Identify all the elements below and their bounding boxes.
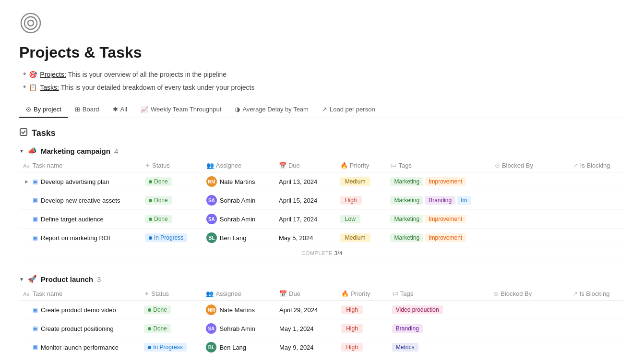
- due-icon: 📅: [279, 290, 287, 297]
- table-row[interactable]: ▣ Monitor launch performance In Progress…: [19, 338, 625, 353]
- isblocking-icon: ↗: [572, 290, 578, 297]
- tasks-icon: 📋: [29, 84, 37, 91]
- assignee-cell: BL Ben Lang: [203, 229, 275, 247]
- tab-avg-delay[interactable]: ◑ Average Delay by Team: [228, 102, 315, 118]
- due-cell: May 1, 2024: [275, 319, 337, 338]
- status-badge: Done: [145, 196, 172, 205]
- tags-icon: 🏷: [390, 162, 396, 169]
- group-header-product-launch[interactable]: ▼ 🚀 Product launch 3: [19, 275, 625, 283]
- tab-board[interactable]: ⊞ Board: [68, 102, 106, 118]
- priority-icon: 🔥: [340, 162, 348, 169]
- task-name: Create product demo video: [41, 306, 116, 314]
- chart-icon: 📈: [141, 106, 148, 113]
- table-row[interactable]: ▣ Develop new creative assets Done SA So…: [19, 191, 625, 210]
- assignee-name: Nate Martins: [219, 306, 255, 314]
- board-icon: ⊞: [75, 106, 80, 113]
- status-cell: Done: [140, 301, 202, 319]
- th-due: 📅 Due: [275, 287, 337, 301]
- priority-cell: Medium: [336, 229, 387, 247]
- th-assignee: 👥 Assignee: [202, 287, 275, 301]
- table-row[interactable]: ▣ Report on marketing ROI In Progress BL…: [19, 229, 625, 247]
- tags-icon: 🏷: [392, 290, 398, 297]
- tags-cell: Metrics: [388, 338, 489, 353]
- due-date: May 1, 2024: [279, 325, 314, 332]
- tag-im: Im: [457, 196, 471, 205]
- due-date: May 9, 2024: [279, 344, 314, 351]
- svg-rect-3: [20, 129, 27, 135]
- tab-bar: ⊙ By project ⊞ Board ✱ All 📈 Weekly Team…: [19, 102, 625, 118]
- table-row[interactable]: ▶ ▣ Develop advertising plan Done NM Nat…: [19, 172, 625, 191]
- projects-link[interactable]: Projects:: [40, 71, 66, 78]
- complete-label: COMPLETE 3/4: [19, 247, 625, 259]
- table-row[interactable]: ▣ Create product positioning Done SA Soh…: [19, 319, 625, 338]
- blocked-by-cell: [489, 319, 568, 338]
- due-cell: April 15, 2024: [275, 191, 336, 210]
- tags-cell: Branding: [388, 319, 489, 338]
- th-isblocking: ↗ Is Blocking: [569, 159, 625, 172]
- collapse-icon: ▼: [19, 148, 24, 154]
- th-taskname: Aa Task name: [19, 159, 141, 172]
- tasks-link[interactable]: Tasks:: [40, 84, 59, 91]
- due-cell: April 17, 2024: [275, 210, 336, 229]
- blockedby-icon: ⊝: [493, 290, 499, 297]
- tab-weekly-throughput[interactable]: 📈 Weekly Team Throughput: [134, 102, 228, 118]
- th-priority: 🔥 Priority: [336, 159, 387, 172]
- collapse-icon: ▼: [19, 277, 24, 282]
- task-name-cell: ▣ Develop new creative assets: [19, 191, 141, 210]
- tags-cell: MarketingImprovement: [386, 172, 490, 191]
- expand-button[interactable]: ▶: [23, 178, 30, 185]
- due-cell: May 5, 2024: [275, 229, 336, 247]
- task-type-icon: ▣: [33, 197, 38, 204]
- group-name: Marketing campaign: [41, 147, 110, 155]
- task-name: Monitor launch performance: [41, 344, 119, 351]
- person-icon: ↗: [322, 106, 327, 113]
- task-name-cell: ▶ ▣ Develop advertising plan: [19, 172, 141, 191]
- task-name: Report on marketing ROI: [41, 234, 110, 242]
- due-cell: April 29, 2024: [275, 301, 337, 319]
- assignee-name: Sohrab Amin: [219, 325, 255, 332]
- tag-improvement: Improvement: [425, 177, 466, 186]
- table-row[interactable]: ▣ Create product demo video Done NM Nate…: [19, 301, 625, 319]
- tag-marketing: Marketing: [390, 196, 423, 205]
- tab-all[interactable]: ✱ All: [106, 102, 134, 118]
- tag-metrics: Metrics: [392, 343, 418, 352]
- status-cell: Done: [141, 172, 203, 191]
- priority-cell: Medium: [336, 172, 387, 191]
- checkbox-icon: [19, 128, 28, 139]
- blocked-by-cell: [489, 338, 568, 353]
- task-type-icon: ▣: [33, 234, 38, 241]
- tags-cell: Video production: [388, 301, 489, 319]
- assignee-cell: NM Nate Martins: [202, 301, 275, 319]
- assignee-cell: SA Sohrab Amin: [203, 210, 275, 229]
- assignee-name: Sohrab Amin: [220, 216, 255, 223]
- tag-branding: Branding: [392, 324, 423, 333]
- priority-cell: Low: [336, 210, 387, 229]
- status-icon: ✦: [144, 290, 149, 297]
- group-header-marketing-campaign[interactable]: ▼ 📣 Marketing campaign 4: [19, 146, 625, 155]
- page-title: Projects & Tasks: [19, 44, 625, 61]
- avatar: SA: [206, 214, 217, 224]
- assignee-name: Sohrab Amin: [220, 197, 255, 204]
- tags-cell: MarketingImprovement: [386, 229, 490, 247]
- tab-by-project[interactable]: ⊙ By project: [19, 102, 68, 118]
- tags-cell: MarketingBrandingIm: [386, 191, 490, 210]
- due-cell: April 13, 2024: [275, 172, 336, 191]
- th-taskname: Aa Task name: [19, 287, 140, 301]
- priority-badge: Medium: [340, 233, 370, 242]
- priority-badge: High: [341, 343, 363, 352]
- priority-cell: High: [337, 338, 388, 353]
- task-name-cell: ▣ Define target audience: [19, 210, 141, 229]
- assignee-cell: SA Sohrab Amin: [202, 319, 275, 338]
- intro-item-projects: 🎯 Projects: This is your overview of all…: [23, 69, 625, 79]
- status-cell: Done: [140, 319, 202, 338]
- th-isblocking: ↗ Is Blocking: [569, 287, 625, 301]
- tab-load-per-person[interactable]: ↗ Load per person: [315, 102, 382, 118]
- blocked-by-cell: [489, 301, 568, 319]
- assignee-name: Ben Lang: [219, 344, 246, 351]
- priority-cell: High: [337, 301, 388, 319]
- svg-point-2: [28, 20, 34, 26]
- table-wrapper-product-launch: Aa Task name ✦ Status 👥 Assignee 📅: [19, 287, 625, 353]
- table-row[interactable]: ▣ Define target audience Done SA Sohrab …: [19, 210, 625, 229]
- task-table-marketing-campaign: Aa Task name ✦ Status 👥 Assignee 📅: [19, 159, 625, 259]
- tag-branding: Branding: [425, 196, 455, 205]
